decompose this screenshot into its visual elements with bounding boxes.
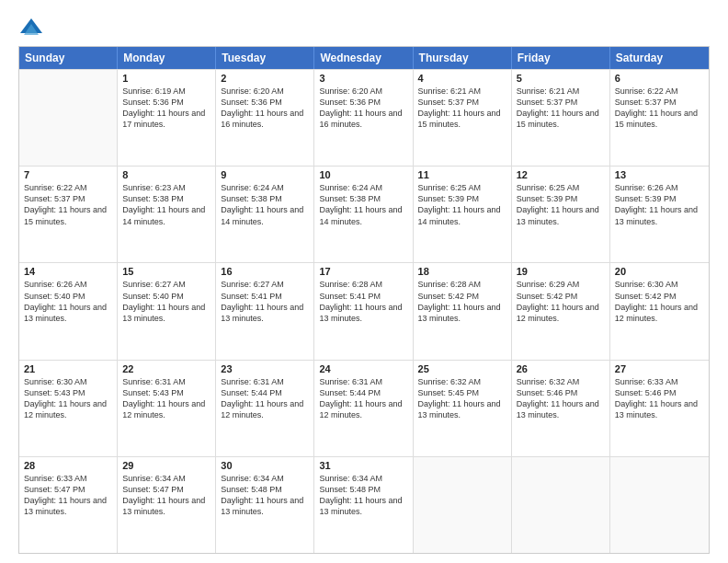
- day-number: 14: [24, 266, 112, 277]
- day-number: 12: [517, 169, 605, 180]
- calendar-row: 28Sunrise: 6:33 AMSunset: 5:47 PMDayligh…: [19, 456, 709, 553]
- day-number: 28: [24, 460, 112, 471]
- calendar-cell: 8Sunrise: 6:23 AMSunset: 5:38 PMDaylight…: [118, 167, 216, 262]
- calendar-cell: 14Sunrise: 6:26 AMSunset: 5:40 PMDayligh…: [19, 263, 118, 359]
- day-number: 23: [221, 363, 309, 374]
- day-info: Sunrise: 6:31 AMSunset: 5:43 PMDaylight:…: [122, 376, 210, 421]
- day-info: Sunrise: 6:21 AMSunset: 5:37 PMDaylight:…: [418, 86, 506, 131]
- day-info: Sunrise: 6:23 AMSunset: 5:38 PMDaylight:…: [122, 182, 210, 227]
- day-info: Sunrise: 6:26 AMSunset: 5:39 PMDaylight:…: [615, 182, 704, 227]
- day-number: 27: [615, 363, 704, 374]
- day-info: Sunrise: 6:29 AMSunset: 5:42 PMDaylight:…: [517, 279, 605, 324]
- day-number: 21: [24, 363, 112, 374]
- calendar-cell: 13Sunrise: 6:26 AMSunset: 5:39 PMDayligh…: [610, 167, 709, 262]
- calendar-cell: 1Sunrise: 6:19 AMSunset: 5:36 PMDaylight…: [118, 70, 216, 166]
- calendar-cell: 19Sunrise: 6:29 AMSunset: 5:42 PMDayligh…: [512, 263, 610, 359]
- page: SundayMondayTuesdayWednesdayThursdayFrid…: [0, 0, 728, 563]
- calendar-cell: [414, 457, 512, 553]
- calendar-cell: 25Sunrise: 6:32 AMSunset: 5:45 PMDayligh…: [414, 361, 512, 456]
- cal-header-cell: Tuesday: [216, 47, 314, 69]
- day-number: 22: [122, 363, 210, 374]
- day-number: 9: [221, 169, 309, 180]
- day-info: Sunrise: 6:34 AMSunset: 5:48 PMDaylight:…: [221, 473, 309, 518]
- calendar-cell: 31Sunrise: 6:34 AMSunset: 5:48 PMDayligh…: [314, 457, 413, 553]
- day-info: Sunrise: 6:28 AMSunset: 5:42 PMDaylight:…: [418, 279, 506, 324]
- logo-icon: [18, 15, 44, 40]
- day-number: 13: [615, 169, 704, 180]
- day-info: Sunrise: 6:32 AMSunset: 5:45 PMDaylight:…: [418, 376, 506, 421]
- day-info: Sunrise: 6:24 AMSunset: 5:38 PMDaylight:…: [221, 182, 309, 227]
- day-info: Sunrise: 6:22 AMSunset: 5:37 PMDaylight:…: [24, 182, 112, 227]
- calendar-cell: 4Sunrise: 6:21 AMSunset: 5:37 PMDaylight…: [414, 70, 512, 166]
- calendar-cell: 30Sunrise: 6:34 AMSunset: 5:48 PMDayligh…: [216, 457, 314, 553]
- calendar-header-row: SundayMondayTuesdayWednesdayThursdayFrid…: [19, 47, 709, 69]
- calendar-cell: [512, 457, 610, 553]
- day-info: Sunrise: 6:20 AMSunset: 5:36 PMDaylight:…: [319, 86, 407, 131]
- day-number: 15: [122, 266, 210, 277]
- day-info: Sunrise: 6:31 AMSunset: 5:44 PMDaylight:…: [319, 376, 407, 421]
- calendar-row: 14Sunrise: 6:26 AMSunset: 5:40 PMDayligh…: [19, 262, 709, 359]
- day-number: 5: [517, 73, 605, 84]
- logo: [18, 15, 48, 40]
- calendar-cell: 7Sunrise: 6:22 AMSunset: 5:37 PMDaylight…: [19, 167, 118, 262]
- day-number: 25: [418, 363, 506, 374]
- cal-header-cell: Saturday: [610, 47, 709, 69]
- day-number: 29: [122, 460, 210, 471]
- calendar-body: 1Sunrise: 6:19 AMSunset: 5:36 PMDaylight…: [19, 69, 709, 553]
- calendar-cell: 9Sunrise: 6:24 AMSunset: 5:38 PMDaylight…: [216, 167, 314, 262]
- day-info: Sunrise: 6:33 AMSunset: 5:47 PMDaylight:…: [24, 473, 112, 518]
- calendar-cell: 10Sunrise: 6:24 AMSunset: 5:38 PMDayligh…: [314, 167, 413, 262]
- calendar-cell: 5Sunrise: 6:21 AMSunset: 5:37 PMDaylight…: [512, 70, 610, 166]
- day-number: 24: [319, 363, 407, 374]
- calendar-cell: 24Sunrise: 6:31 AMSunset: 5:44 PMDayligh…: [314, 361, 413, 456]
- day-info: Sunrise: 6:20 AMSunset: 5:36 PMDaylight:…: [221, 86, 309, 131]
- cal-header-cell: Wednesday: [314, 47, 413, 69]
- calendar: SundayMondayTuesdayWednesdayThursdayFrid…: [18, 46, 710, 554]
- day-number: 10: [319, 169, 407, 180]
- calendar-row: 1Sunrise: 6:19 AMSunset: 5:36 PMDaylight…: [19, 69, 709, 166]
- calendar-row: 7Sunrise: 6:22 AMSunset: 5:37 PMDaylight…: [19, 166, 709, 262]
- day-number: 20: [615, 266, 704, 277]
- calendar-cell: 22Sunrise: 6:31 AMSunset: 5:43 PMDayligh…: [118, 361, 216, 456]
- cal-header-cell: Sunday: [19, 47, 118, 69]
- cal-header-cell: Thursday: [414, 47, 512, 69]
- day-info: Sunrise: 6:21 AMSunset: 5:37 PMDaylight:…: [517, 86, 605, 131]
- day-info: Sunrise: 6:22 AMSunset: 5:37 PMDaylight:…: [615, 86, 704, 131]
- day-info: Sunrise: 6:32 AMSunset: 5:46 PMDaylight:…: [517, 376, 605, 421]
- calendar-row: 21Sunrise: 6:30 AMSunset: 5:43 PMDayligh…: [19, 360, 709, 456]
- day-info: Sunrise: 6:30 AMSunset: 5:43 PMDaylight:…: [24, 376, 112, 421]
- day-number: 18: [418, 266, 506, 277]
- cal-header-cell: Monday: [118, 47, 216, 69]
- day-number: 26: [517, 363, 605, 374]
- calendar-cell: 20Sunrise: 6:30 AMSunset: 5:42 PMDayligh…: [610, 263, 709, 359]
- calendar-cell: 28Sunrise: 6:33 AMSunset: 5:47 PMDayligh…: [19, 457, 118, 553]
- day-info: Sunrise: 6:34 AMSunset: 5:47 PMDaylight:…: [122, 473, 210, 518]
- calendar-cell: 23Sunrise: 6:31 AMSunset: 5:44 PMDayligh…: [216, 361, 314, 456]
- day-number: 16: [221, 266, 309, 277]
- cal-header-cell: Friday: [512, 47, 610, 69]
- calendar-cell: 26Sunrise: 6:32 AMSunset: 5:46 PMDayligh…: [512, 361, 610, 456]
- calendar-cell: 3Sunrise: 6:20 AMSunset: 5:36 PMDaylight…: [314, 70, 413, 166]
- day-info: Sunrise: 6:28 AMSunset: 5:41 PMDaylight:…: [319, 279, 407, 324]
- day-number: 2: [221, 73, 309, 84]
- day-info: Sunrise: 6:30 AMSunset: 5:42 PMDaylight:…: [615, 279, 704, 324]
- calendar-cell: 15Sunrise: 6:27 AMSunset: 5:40 PMDayligh…: [118, 263, 216, 359]
- day-info: Sunrise: 6:27 AMSunset: 5:41 PMDaylight:…: [221, 279, 309, 324]
- day-number: 30: [221, 460, 309, 471]
- day-info: Sunrise: 6:19 AMSunset: 5:36 PMDaylight:…: [122, 86, 210, 131]
- calendar-cell: 29Sunrise: 6:34 AMSunset: 5:47 PMDayligh…: [118, 457, 216, 553]
- day-info: Sunrise: 6:25 AMSunset: 5:39 PMDaylight:…: [418, 182, 506, 227]
- day-number: 6: [615, 73, 704, 84]
- day-number: 3: [319, 73, 407, 84]
- day-info: Sunrise: 6:33 AMSunset: 5:46 PMDaylight:…: [615, 376, 704, 421]
- day-info: Sunrise: 6:31 AMSunset: 5:44 PMDaylight:…: [221, 376, 309, 421]
- day-number: 4: [418, 73, 506, 84]
- calendar-cell: [610, 457, 709, 553]
- day-info: Sunrise: 6:34 AMSunset: 5:48 PMDaylight:…: [319, 473, 407, 518]
- calendar-cell: 18Sunrise: 6:28 AMSunset: 5:42 PMDayligh…: [414, 263, 512, 359]
- day-number: 17: [319, 266, 407, 277]
- calendar-cell: [19, 70, 118, 166]
- day-info: Sunrise: 6:27 AMSunset: 5:40 PMDaylight:…: [122, 279, 210, 324]
- day-number: 19: [517, 266, 605, 277]
- calendar-cell: 6Sunrise: 6:22 AMSunset: 5:37 PMDaylight…: [610, 70, 709, 166]
